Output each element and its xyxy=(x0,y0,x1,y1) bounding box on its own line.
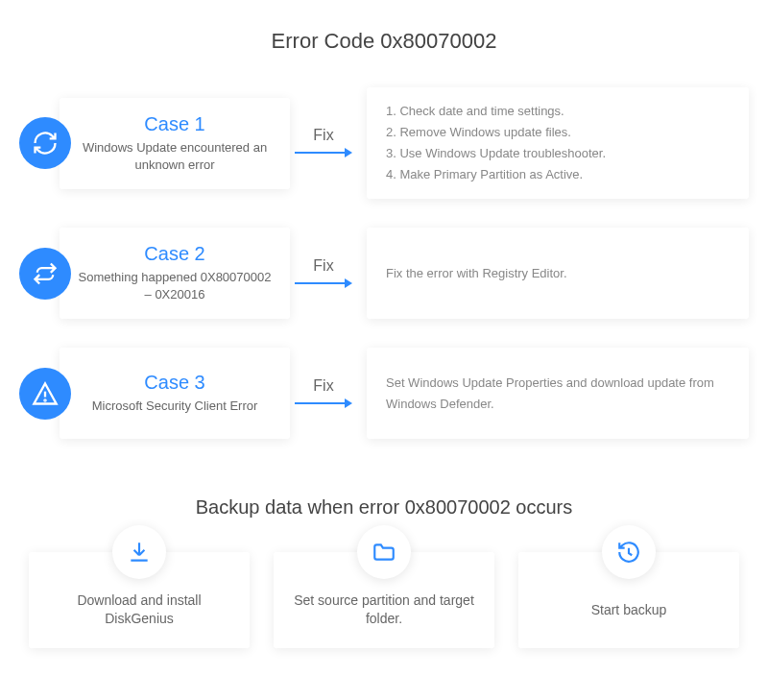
case-card-2: Case 2 Something happened 0X80070002 – 0… xyxy=(60,228,290,319)
svg-point-5 xyxy=(44,399,45,400)
folder-icon xyxy=(357,525,411,579)
fix-arrow: Fix xyxy=(290,127,357,159)
fix-arrow: Fix xyxy=(290,377,357,410)
case-title: Case 2 xyxy=(144,243,204,265)
download-icon xyxy=(112,525,166,579)
fix-label: Fix xyxy=(313,127,333,144)
fix-item: 3. Use Windows Update troubleshooter. xyxy=(386,143,730,164)
fix-text: Fix the error with Registry Editor. xyxy=(386,263,730,284)
backup-section: Backup data when error 0x80070002 occurs… xyxy=(19,496,749,648)
backup-text: Set source partition and target folder. xyxy=(293,591,475,629)
backup-card-start: Start backup xyxy=(518,552,739,648)
fix-item: 2. Remove Windows update files. xyxy=(386,122,730,143)
fix-item: 1. Check date and time settings. xyxy=(386,101,730,122)
svg-marker-7 xyxy=(345,398,352,408)
retweet-icon xyxy=(19,248,71,300)
case-card-3: Case 3 Microsoft Security Client Error xyxy=(60,348,290,439)
page-title: Error Code 0x80070002 xyxy=(19,29,749,54)
svg-marker-1 xyxy=(345,148,352,157)
fix-card-3: Set Windows Update Properties and downlo… xyxy=(367,348,749,439)
case-desc: Microsoft Security Client Error xyxy=(92,398,258,415)
fix-label: Fix xyxy=(313,257,333,275)
backup-row: Download and install DiskGenius Set sour… xyxy=(19,552,749,648)
backup-card-download: Download and install DiskGenius xyxy=(29,552,250,648)
case-desc: Something happened 0X80070002 – 0X20016 xyxy=(74,269,276,303)
case-desc: Windows Update encountered an unknown er… xyxy=(74,139,276,174)
backup-card-source: Set source partition and target folder. xyxy=(274,552,494,648)
refresh-icon xyxy=(19,117,71,169)
history-icon xyxy=(602,525,656,579)
fix-label: Fix xyxy=(313,377,333,395)
case-title: Case 3 xyxy=(144,372,204,394)
case-row-3: Case 3 Microsoft Security Client Error F… xyxy=(19,348,749,439)
fix-text: Set Windows Update Properties and downlo… xyxy=(386,373,730,415)
fix-arrow: Fix xyxy=(290,257,357,290)
fix-item: 4. Make Primary Partition as Active. xyxy=(386,164,730,185)
case-card-1: Case 1 Windows Update encountered an unk… xyxy=(60,98,290,189)
case-row-2: Case 2 Something happened 0X80070002 – 0… xyxy=(19,228,749,319)
backup-title: Backup data when error 0x80070002 occurs xyxy=(19,496,749,519)
backup-text: Download and install DiskGenius xyxy=(48,591,230,629)
case-title: Case 1 xyxy=(144,113,204,135)
backup-text: Start backup xyxy=(591,601,667,620)
case-row-1: Case 1 Windows Update encountered an unk… xyxy=(19,87,749,199)
svg-marker-3 xyxy=(345,278,352,288)
warning-icon xyxy=(19,368,71,420)
fix-card-2: Fix the error with Registry Editor. xyxy=(367,228,749,319)
fix-card-1: 1. Check date and time settings. 2. Remo… xyxy=(367,87,749,199)
